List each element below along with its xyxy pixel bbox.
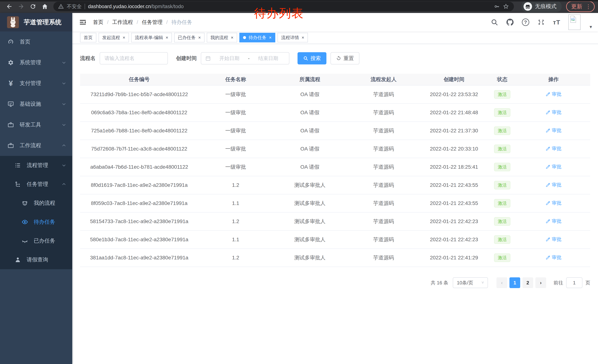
- approve-link[interactable]: 审批: [546, 145, 562, 152]
- cell-actions: 审批: [517, 236, 590, 243]
- total-count: 共 16 条: [431, 280, 448, 286]
- reload-icon[interactable]: [30, 3, 36, 10]
- cell-id: 069c6a63-7b8a-11ec-8ef0-acde48001122: [80, 110, 199, 115]
- face-icon: [22, 200, 28, 206]
- sidebar-item-任务管理[interactable]: 任务管理: [0, 175, 72, 194]
- tab-待办任务[interactable]: 待办任务×: [239, 33, 275, 42]
- browser-menu-icon[interactable]: ⋮: [586, 3, 591, 10]
- approve-link[interactable]: 审批: [546, 200, 562, 206]
- url-host: dashboard.yudao.iocoder.cn: [88, 4, 151, 9]
- approve-link-label: 审批: [552, 236, 562, 243]
- goto-page-input[interactable]: [566, 277, 582, 288]
- chevron-down-icon: [61, 60, 66, 65]
- collapse-sidebar-icon[interactable]: [79, 18, 87, 26]
- process-name-label: 流程名: [80, 55, 96, 62]
- close-icon[interactable]: ×: [198, 35, 201, 40]
- sidebar-item-label: 工作流程: [20, 142, 41, 149]
- github-icon[interactable]: [506, 18, 514, 26]
- search-icon[interactable]: [491, 18, 498, 26]
- dashboard-icon: [8, 39, 14, 45]
- help-icon[interactable]: ?: [522, 18, 529, 26]
- approve-link[interactable]: 审批: [546, 91, 562, 97]
- tab-流程详情[interactable]: 流程详情×: [277, 33, 308, 42]
- table-body: 73211d9d-7b9b-11ec-b5b7-acde48001122一级审批…: [80, 86, 590, 267]
- table-header-row: 任务编号任务名称所属流程流程发起人创建时间状态操作: [80, 74, 590, 86]
- breadcrumb-item[interactable]: 任务管理: [142, 19, 163, 26]
- forward-icon[interactable]: [18, 3, 25, 10]
- close-icon[interactable]: ×: [269, 35, 272, 40]
- tab-已办任务[interactable]: 已办任务×: [174, 33, 205, 42]
- cell-name: 一级审批: [199, 127, 273, 134]
- home-icon[interactable]: [42, 3, 48, 10]
- approve-link[interactable]: 审批: [546, 236, 562, 243]
- process-name-input[interactable]: [100, 52, 168, 65]
- search-button-label: 搜索: [310, 55, 321, 62]
- sidebar-item-待办任务[interactable]: 待办任务: [0, 212, 72, 231]
- sidebar-item-首页[interactable]: 首页: [0, 32, 72, 52]
- sidebar-item-流程管理[interactable]: 流程管理: [0, 156, 72, 175]
- approve-link-label: 审批: [552, 91, 562, 97]
- tab-发起流程[interactable]: 发起流程×: [99, 33, 129, 42]
- security-label[interactable]: 不安全: [67, 3, 82, 10]
- update-button[interactable]: 更新 ⋮: [566, 1, 595, 12]
- cell-process: OA 请假: [273, 127, 347, 134]
- tab-流程表单-编辑[interactable]: 流程表单-编辑×: [131, 33, 172, 42]
- approve-link[interactable]: 审批: [546, 218, 562, 224]
- close-icon[interactable]: ×: [231, 35, 233, 40]
- sidebar-item-label: 我的流程: [34, 199, 55, 207]
- update-label[interactable]: 更新: [571, 3, 582, 10]
- start-date-placeholder[interactable]: 开始日期: [213, 55, 246, 62]
- cell-process: 测试多审批人: [273, 254, 347, 261]
- fullscreen-icon[interactable]: [537, 18, 545, 26]
- cell-created: 2022-01-21 22:42:23: [420, 237, 488, 243]
- sidebar-logo-row[interactable]: 芋道管理系统: [0, 13, 72, 32]
- approve-link[interactable]: 审批: [546, 163, 562, 170]
- sidebar-item-请假查询[interactable]: 请假查询: [0, 250, 72, 269]
- approve-link[interactable]: 审批: [546, 182, 562, 188]
- font-size-icon[interactable]: тT: [553, 19, 560, 26]
- sidebar-item-研发工具[interactable]: 研发工具: [0, 114, 72, 135]
- approve-link[interactable]: 审批: [546, 127, 562, 134]
- close-icon[interactable]: ×: [123, 35, 125, 40]
- page-size-select[interactable]: 10条/页 ˅: [453, 277, 488, 288]
- page-button-1[interactable]: 1: [509, 277, 520, 288]
- sidebar-item-支付管理[interactable]: ¥支付管理: [0, 73, 72, 94]
- approve-link-label: 审批: [552, 127, 562, 134]
- cell-name: 1.1: [199, 237, 273, 243]
- cell-starter: 芋道源码: [347, 182, 420, 189]
- close-icon[interactable]: ×: [166, 35, 168, 40]
- cell-name: 一级审批: [199, 91, 273, 98]
- topbar-actions: ? тT ▼: [491, 15, 593, 30]
- url-text[interactable]: dashboard.yudao.iocoder.cn/bpm/task/todo: [88, 4, 183, 9]
- breadcrumb-item[interactable]: 工作流程: [112, 19, 133, 26]
- approve-link[interactable]: 审批: [546, 109, 562, 115]
- pen-icon: [546, 201, 550, 205]
- sidebar-item-工作流程[interactable]: 工作流程: [0, 135, 72, 156]
- back-icon[interactable]: [6, 3, 13, 10]
- column-header: 创建时间: [420, 76, 488, 83]
- sidebar-item-基础设施[interactable]: 基础设施: [0, 94, 72, 114]
- cell-created: 2022-01-22 18:25:41: [420, 164, 488, 170]
- page-button-2[interactable]: 2: [523, 277, 533, 288]
- approve-link[interactable]: 审批: [546, 254, 562, 261]
- sidebar-item-我的流程[interactable]: 我的流程: [0, 194, 72, 212]
- search-button[interactable]: 搜索: [298, 52, 326, 65]
- reset-button[interactable]: 重置: [331, 52, 359, 65]
- tab-label: 流程表单-编辑: [135, 35, 163, 40]
- avatar[interactable]: [568, 15, 581, 30]
- eye-closed-icon: [22, 238, 28, 244]
- next-page-button[interactable]: ›: [535, 277, 546, 288]
- date-range-picker[interactable]: 开始日期 - 结束日期: [201, 52, 289, 65]
- sidebar-item-系统管理[interactable]: 系统管理: [0, 52, 72, 73]
- search-button-icon: [303, 56, 308, 61]
- key-icon[interactable]: [494, 4, 500, 9]
- end-date-placeholder[interactable]: 结束日期: [252, 55, 285, 62]
- breadcrumb-item[interactable]: 首页: [93, 19, 103, 26]
- tab-首页[interactable]: 首页: [80, 33, 96, 42]
- user-dropdown-caret-icon[interactable]: ▼: [589, 25, 593, 29]
- close-icon[interactable]: ×: [302, 35, 304, 40]
- tab-我的流程[interactable]: 我的流程×: [207, 33, 237, 42]
- prev-page-button[interactable]: ‹: [497, 277, 507, 288]
- sidebar-item-已办任务[interactable]: 已办任务: [0, 231, 72, 250]
- star-icon[interactable]: [503, 3, 509, 10]
